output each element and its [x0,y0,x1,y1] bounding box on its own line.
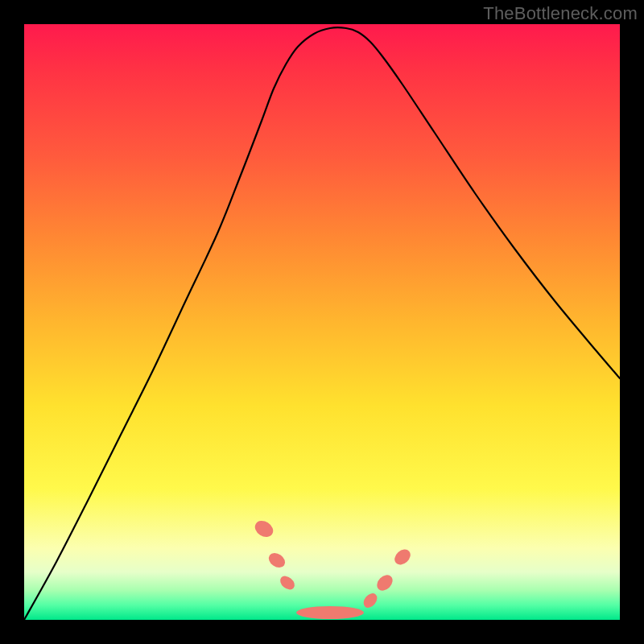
marker-group [252,518,413,619]
bottleneck-curve [24,27,620,620]
left-marker-3 [278,573,297,592]
chart-frame: TheBottleneck.com [0,0,644,644]
left-marker-1 [252,518,276,540]
left-marker-2 [266,550,287,571]
chart-svg [24,24,620,620]
bottom-bar [296,606,364,619]
right-marker-3 [391,547,413,568]
right-marker-1 [361,591,380,610]
watermark-text: TheBottleneck.com [483,3,638,24]
right-marker-2 [374,572,396,594]
